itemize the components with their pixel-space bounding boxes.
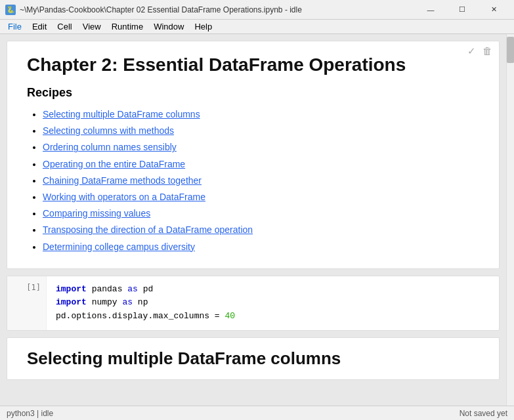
section-title: Selecting multiple DataFrame columns: [27, 348, 479, 369]
close-button[interactable]: ✕: [479, 0, 509, 20]
scrollbar-thumb[interactable]: [507, 37, 514, 63]
list-item: Transposing the direction of a DataFrame…: [43, 222, 479, 238]
app-icon: 🐍: [5, 5, 16, 15]
notebook[interactable]: ✓ 🗑 Chapter 2: Essential DataFrame Opera…: [0, 34, 506, 406]
recipe-link-1[interactable]: Selecting multiple DataFrame columns: [43, 109, 200, 119]
scrollbar[interactable]: [506, 34, 514, 406]
save-status: Not saved yet: [460, 409, 507, 418]
alias-np: np: [138, 297, 148, 307]
menu-edit[interactable]: Edit: [27, 20, 52, 33]
code-pd-options: pd.options.display.max_columns =: [56, 311, 225, 321]
recipe-link-6[interactable]: Working with operators on a DataFrame: [43, 192, 205, 202]
keyword-as-1: as: [127, 284, 138, 294]
menu-view[interactable]: View: [77, 20, 106, 33]
title-bar: 🐍 ~\My\Pandas-Cookbook\Chapter 02 Essent…: [0, 0, 514, 20]
recipe-list: Selecting multiple DataFrame columns Sel…: [27, 106, 479, 255]
recipe-link-2[interactable]: Selecting columns with methods: [43, 125, 174, 136]
kernel-status: python3 | idle: [7, 409, 53, 418]
execution-count: [1]: [7, 276, 47, 330]
list-item: Ordering column names sensibly: [43, 139, 479, 156]
alias-pd: pd: [143, 284, 154, 294]
recipe-link-8[interactable]: Transposing the direction of a DataFrame…: [43, 224, 253, 235]
chapter-intro-cell: ✓ 🗑 Chapter 2: Essential DataFrame Opera…: [7, 41, 500, 269]
keyword-import-2: import: [56, 297, 87, 307]
cell-toolbar: ✓ 🗑: [467, 45, 492, 57]
recipe-link-9[interactable]: Determining college campus diversity: [43, 242, 195, 252]
menu-cell[interactable]: Cell: [52, 20, 77, 33]
code-line-3: pd.options.display.max_columns = 40: [56, 310, 490, 324]
menu-bar: File Edit Cell View Runtime Window Help: [0, 20, 514, 34]
keyword-import-1: import: [56, 284, 87, 294]
section-heading-cell: Selecting multiple DataFrame columns: [7, 337, 500, 380]
code-line-2: import numpy as np: [56, 296, 490, 310]
list-item: Comparing missing values: [43, 205, 479, 222]
menu-help[interactable]: Help: [189, 20, 217, 33]
keyword-as-2: as: [122, 297, 133, 307]
module-pandas: pandas: [92, 284, 128, 294]
code-line-1: import pandas as pd: [56, 283, 490, 297]
maximize-button[interactable]: ☐: [447, 0, 477, 20]
recipe-link-7[interactable]: Comparing missing values: [43, 208, 150, 219]
window-title: ~\My\Pandas-Cookbook\Chapter 02 Essentia…: [20, 5, 416, 14]
menu-file[interactable]: File: [3, 20, 27, 33]
minimize-button[interactable]: —: [416, 0, 446, 20]
list-item: Chaining DataFrame methods together: [43, 173, 479, 189]
list-item: Selecting columns with methods: [43, 123, 479, 139]
list-item: Operating on the entire DataFrame: [43, 156, 479, 173]
menu-window[interactable]: Window: [148, 20, 189, 33]
recipe-link-4[interactable]: Operating on the entire DataFrame: [43, 159, 185, 169]
window-controls: — ☐ ✕: [416, 0, 509, 20]
status-bar: python3 | idle Not saved yet: [0, 406, 514, 420]
list-item: Selecting multiple DataFrame columns: [43, 106, 479, 123]
code-cell-1[interactable]: [1] import pandas as pd import numpy as …: [7, 276, 500, 331]
code-content[interactable]: import pandas as pd import numpy as np p…: [47, 276, 499, 330]
module-numpy: numpy: [92, 297, 123, 307]
number-40: 40: [225, 311, 235, 321]
list-item: Determining college campus diversity: [43, 239, 479, 255]
list-item: Working with operators on a DataFrame: [43, 189, 479, 205]
recipes-heading: Recipes: [27, 86, 479, 100]
chapter-title: Chapter 2: Essential DataFrame Operation…: [27, 54, 479, 75]
recipe-link-3[interactable]: Ordering column names sensibly: [43, 142, 177, 152]
main-area: ✓ 🗑 Chapter 2: Essential DataFrame Opera…: [0, 34, 514, 406]
menu-runtime[interactable]: Runtime: [106, 20, 148, 33]
checkmark-icon: ✓: [467, 45, 476, 57]
recipe-link-5[interactable]: Chaining DataFrame methods together: [43, 175, 202, 186]
trash-icon[interactable]: 🗑: [482, 45, 492, 57]
